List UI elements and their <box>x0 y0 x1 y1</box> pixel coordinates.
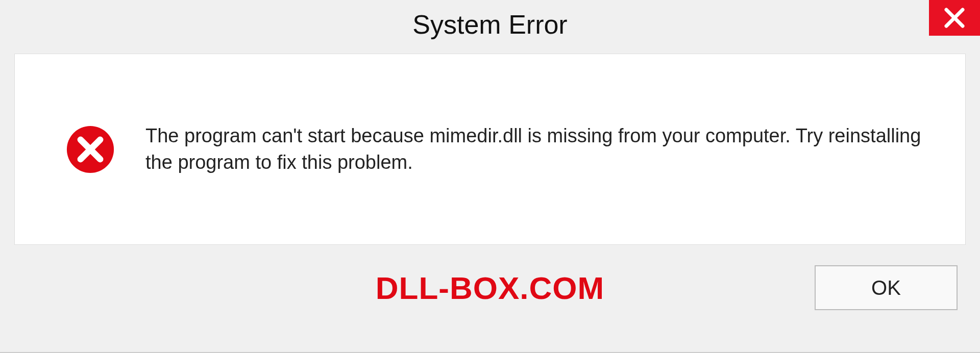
error-icon <box>66 125 115 174</box>
content-panel: The program can't start because mimedir.… <box>14 54 966 245</box>
watermark-text: DLL-BOX.COM <box>376 270 604 306</box>
titlebar: System Error <box>0 0 980 51</box>
ok-button[interactable]: OK <box>815 265 958 310</box>
close-icon <box>943 7 966 29</box>
footer: DLL-BOX.COM OK <box>0 245 980 310</box>
dialog-title: System Error <box>412 9 567 40</box>
close-button[interactable] <box>929 0 980 36</box>
error-message: The program can't start because mimedir.… <box>145 123 935 175</box>
